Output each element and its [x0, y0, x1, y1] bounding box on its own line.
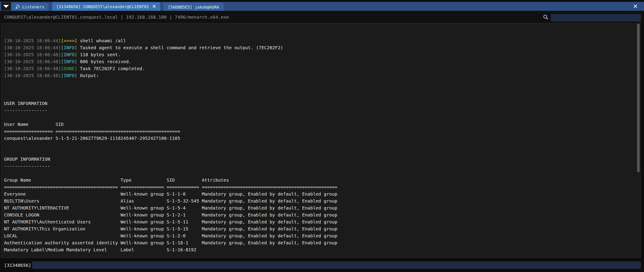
- log-line: [30-10-2025 18:06:48][INFO] Output:: [4, 72, 635, 79]
- log-line: [30-10-2025 18:06:44][>>>>] shell whoami…: [4, 37, 635, 44]
- collapse-all-icon: [3, 5, 9, 8]
- tab-label: Listeners: [22, 4, 44, 9]
- prompt-label: [31348656]: [4, 262, 31, 269]
- terminal-log: [30-10-2025 18:06:44][>>>>] shell whoami…: [4, 37, 635, 79]
- search-input[interactable]: [551, 14, 641, 21]
- tab-session-56dbb5e5[interactable]: [56DBB5E5] jakob@AURA: [164, 3, 224, 11]
- log-line: [30-10-2025 18:06:44][INFO] Tasked agent…: [4, 44, 635, 51]
- tab-listeners[interactable]: Listeners: [11, 3, 48, 11]
- tab-label: [56DBB5E5] jakob@AURA: [168, 5, 219, 9]
- search-icon: [543, 14, 548, 20]
- session-status-row: CONQUEST\alexander@CLIENT01.conquest.loc…: [0, 11, 644, 23]
- c2-client-window: { "tabbar": { "tabs": [ { "id": "listene…: [0, 0, 644, 272]
- scrollbar-thumb[interactable]: [637, 23, 640, 172]
- whoami-output: USER INFORMATION ---------------- User N…: [4, 93, 635, 258]
- close-icon: ✕: [633, 3, 638, 10]
- session-info-text: CONQUEST\alexander@CLIENT01.conquest.loc…: [4, 11, 229, 23]
- log-line: [30-10-2025 18:06:48][INFO] 806 bytes re…: [4, 58, 635, 65]
- tab-session-31348656[interactable]: [31348656] CONQUEST\alexander@CLIENT01 ✕: [52, 2, 160, 11]
- log-line: [30-10-2025 18:06:48][DONE] Task 7EC202F…: [4, 65, 635, 72]
- window-close-button[interactable]: ✕: [632, 3, 639, 10]
- close-tab-icon[interactable]: ✕: [152, 4, 156, 9]
- tab-label: [31348656] CONQUEST\alexander@CLIENT01: [56, 4, 149, 9]
- log-line: [30-10-2025 18:06:48][INFO] 118 bytes se…: [4, 51, 635, 58]
- broadcast-icon: [15, 4, 20, 9]
- tab-bar: Listeners [31348656] CONQUEST\alexander@…: [0, 2, 644, 11]
- command-input[interactable]: [32, 262, 641, 269]
- terminal-output-pane[interactable]: [30-10-2025 18:06:44][>>>>] shell whoami…: [1, 23, 640, 258]
- collapse-menu-button[interactable]: [1, 2, 11, 10]
